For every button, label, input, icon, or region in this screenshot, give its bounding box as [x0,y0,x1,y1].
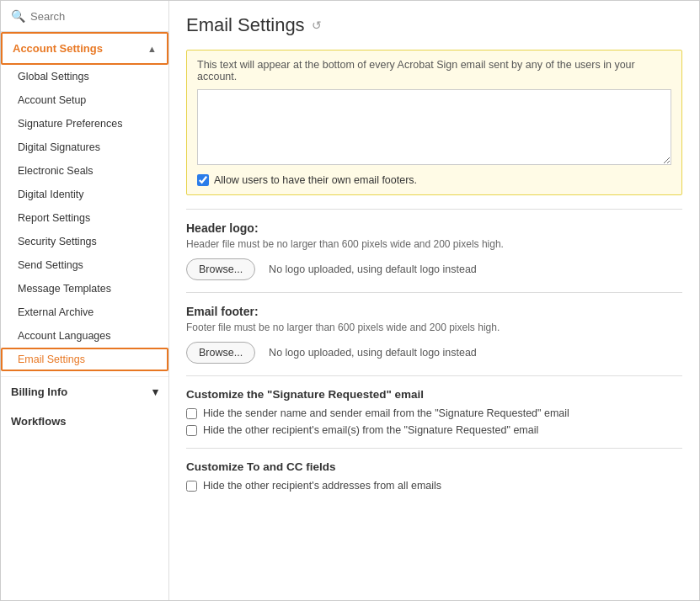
sidebar-item-message-templates[interactable]: Message Templates [1,277,168,300]
sidebar-item-external-archive[interactable]: External Archive [1,300,168,324]
search-input[interactable] [30,10,158,23]
signature-requested-title: Customize the "Signature Requested" emai… [186,388,682,401]
to-cc-section: Customize To and CC fields Hide the othe… [186,448,682,503]
sidebar-item-email-settings[interactable]: Email Settings [1,348,168,371]
main-content: Email Settings ↺ This text will appear a… [169,1,699,600]
to-cc-checkbox-label-0: Hide the other recipient's addresses fro… [203,480,441,492]
header-logo-desc: Header file must be no larger than 600 p… [186,238,682,250]
email-footer-status: No logo uploaded, using default logo ins… [269,347,477,359]
sidebar-item-global-settings[interactable]: Global Settings [1,65,168,88]
sig-requested-checkbox-0[interactable] [186,408,197,419]
email-footer-desc: Footer file must be no larger than 600 p… [186,322,682,333]
sidebar-item-send-settings[interactable]: Send Settings [1,253,168,277]
app-container: 🔍 Account Settings ▲ Global SettingsAcco… [1,1,699,600]
account-settings-section: Account Settings ▲ Global SettingsAccoun… [1,32,168,377]
account-settings-label: Account Settings [13,42,103,55]
header-logo-section: Header logo: Header file must be no larg… [186,209,682,292]
sidebar-item-report-settings[interactable]: Report Settings [1,206,168,230]
sidebar-item-security-settings[interactable]: Security Settings [1,230,168,253]
account-settings-header[interactable]: Account Settings ▲ [1,32,168,65]
sig-requested-checkbox-label-0: Hide the sender name and sender email fr… [203,407,569,419]
to-cc-checkbox-row-0: Hide the other recipient's addresses fro… [186,480,682,492]
sidebar-item-digital-signatures[interactable]: Digital Signatures [1,136,168,159]
sidebar: 🔍 Account Settings ▲ Global SettingsAcco… [1,1,169,600]
sidebar-item-signature-preferences[interactable]: Signature Preferences [1,112,168,136]
page-header: Email Settings ↺ [186,14,682,36]
workflows-header[interactable]: Workflows [1,407,168,436]
search-icon: 🔍 [11,9,25,23]
header-logo-title: Header logo: [186,221,682,235]
email-footer-title: Email footer: [186,305,682,318]
info-box-description: This text will appear at the bottom of e… [197,59,671,82]
search-box[interactable]: 🔍 [1,1,168,32]
sig-requested-checkbox-label-1: Hide the other recipient's email(s) from… [203,424,538,436]
allow-own-footer-row: Allow users to have their own email foot… [197,174,671,186]
to-cc-title: Customize To and CC fields [186,460,682,473]
allow-own-footer-label: Allow users to have their own email foot… [214,174,417,186]
email-footer-section: Email footer: Footer file must be no lar… [186,292,682,375]
footer-text-textarea[interactable] [197,89,671,165]
email-footer-browse-button[interactable]: Browse... [186,342,255,364]
sig-requested-checkbox-row-0: Hide the sender name and sender email fr… [186,407,682,419]
signature-requested-checkboxes: Hide the sender name and sender email fr… [186,407,682,436]
info-box: This text will appear at the bottom of e… [186,50,682,195]
sidebar-item-account-languages[interactable]: Account Languages [1,324,168,348]
billing-info-label: Billing Info [11,386,67,398]
billing-info-chevron: ▾ [152,386,158,398]
header-logo-browse-button[interactable]: Browse... [186,258,255,280]
sidebar-item-account-setup[interactable]: Account Setup [1,88,168,112]
sidebar-item-digital-identity[interactable]: Digital Identity [1,183,168,206]
header-logo-browse-row: Browse... No logo uploaded, using defaul… [186,258,682,280]
signature-requested-section: Customize the "Signature Requested" emai… [186,375,682,448]
header-logo-status: No logo uploaded, using default logo ins… [269,263,477,275]
sig-requested-checkbox-1[interactable] [186,425,197,436]
to-cc-checkboxes: Hide the other recipient's addresses fro… [186,480,682,492]
sig-requested-checkbox-row-1: Hide the other recipient's email(s) from… [186,424,682,436]
sidebar-item-electronic-seals[interactable]: Electronic Seals [1,159,168,183]
allow-own-footer-checkbox[interactable] [197,174,209,186]
to-cc-checkbox-0[interactable] [186,481,197,492]
workflows-label: Workflows [11,415,67,428]
refresh-icon[interactable]: ↺ [312,19,322,32]
billing-info-header[interactable]: Billing Info ▾ [1,377,168,407]
page-title: Email Settings [186,14,305,36]
account-settings-chevron: ▲ [147,44,157,54]
account-settings-sub-items: Global SettingsAccount SetupSignature Pr… [1,65,168,376]
email-footer-browse-row: Browse... No logo uploaded, using defaul… [186,342,682,364]
